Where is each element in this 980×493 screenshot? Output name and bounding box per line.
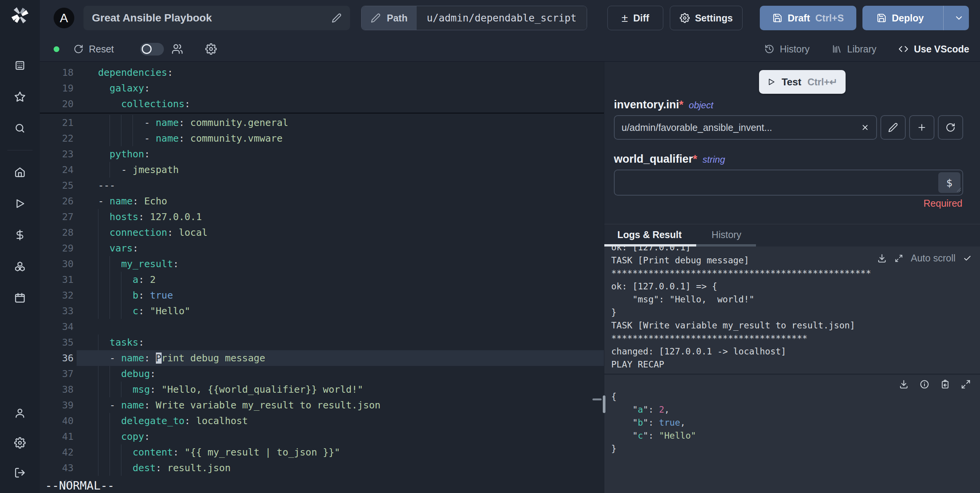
assistant-toggle[interactable]	[140, 43, 164, 56]
code-line-40[interactable]: 40 delegate_to: localhost	[40, 413, 604, 429]
edit-path-icon[interactable]	[371, 13, 381, 23]
code-line-38[interactable]: 38 msg: "Hello, {{world_qualifier}} worl…	[40, 382, 604, 397]
line-number: 37	[40, 366, 74, 382]
refresh-resource-button[interactable]	[938, 115, 963, 140]
world-qualifier-input[interactable]: $	[614, 170, 963, 196]
code-line-21[interactable]: 21 - name: community.general	[40, 115, 604, 131]
sidebar-item-runs[interactable]	[0, 188, 40, 219]
code-editor[interactable]: 18dependencies:19 galaxy:20 collections:…	[40, 61, 604, 493]
code-line-26[interactable]: 26- name: Echo	[40, 193, 604, 209]
expand-result-icon[interactable]	[961, 379, 971, 389]
gear-icon	[680, 13, 690, 23]
editor-toolbar: Reset History Library Use VScode	[40, 37, 980, 61]
copy-result-icon[interactable]	[940, 379, 950, 389]
windmill-logo-icon[interactable]	[9, 5, 31, 26]
code-line-25[interactable]: 25---	[40, 178, 604, 193]
tab-logs-result[interactable]: Logs & Result	[617, 229, 682, 240]
line-number: 19	[40, 80, 74, 96]
code-line-42[interactable]: 42 content: "{{ my_result | to_json }}"	[40, 444, 604, 460]
sidebar-item-variables[interactable]	[0, 219, 40, 251]
code-line-28[interactable]: 28 connection: local	[40, 225, 604, 240]
deploy-dropdown[interactable]	[949, 13, 969, 23]
line-number: 38	[40, 382, 74, 397]
code-text: debug:	[98, 366, 156, 382]
reset-button[interactable]: Reset	[74, 37, 114, 61]
script-title-input[interactable]: Great Ansible Playbook	[83, 6, 350, 30]
path-chip[interactable]: Path u/admin/dependable_script	[361, 6, 587, 30]
code-line-34[interactable]: 34	[40, 319, 604, 335]
code-line-20[interactable]: 20 collections:	[40, 96, 604, 112]
code-line-18[interactable]: 18dependencies:	[40, 65, 604, 80]
code-line-41[interactable]: 41 copy:	[40, 429, 604, 444]
download-logs-icon[interactable]	[877, 253, 887, 263]
edit-title-icon[interactable]	[332, 13, 342, 23]
edit-resource-button[interactable]	[880, 115, 906, 140]
expand-logs-icon[interactable]	[895, 254, 903, 263]
sidebar-item-logout[interactable]	[0, 458, 40, 488]
path-label-section: Path	[362, 6, 417, 30]
deploy-button[interactable]: Deploy	[862, 6, 969, 30]
code-line-22[interactable]: 22 - name: community.vmware	[40, 131, 604, 146]
sidebar-item-star[interactable]	[0, 81, 40, 113]
inventory-resource-input[interactable]: u/admin/favorable_ansible_invent...	[614, 115, 877, 140]
diff-button[interactable]: ± Diff	[607, 6, 663, 30]
code-line-33[interactable]: 33 c: "Hello"	[40, 303, 604, 319]
sidebar-item-apps[interactable]	[0, 50, 40, 81]
info-icon[interactable]	[919, 379, 929, 389]
download-result-icon[interactable]	[899, 379, 909, 389]
resize-grip-icon[interactable]	[955, 186, 962, 194]
vscode-icon	[898, 44, 908, 54]
panel-resize-handle[interactable]	[603, 395, 605, 413]
editor-scroll-marker[interactable]	[592, 398, 602, 400]
code-text: content: "{{ my_result | to_json }}"	[98, 444, 340, 460]
draft-button[interactable]: Draft Ctrl+S	[760, 6, 856, 30]
code-line-44[interactable]: 44	[40, 476, 604, 491]
add-resource-button[interactable]	[909, 115, 934, 140]
sidebar-item-settings[interactable]	[0, 428, 40, 458]
editor-settings-button[interactable]	[205, 37, 217, 61]
code-line-32[interactable]: 32 b: true	[40, 287, 604, 303]
code-line-43[interactable]: 43 dest: result.json	[40, 460, 604, 476]
sidebar-item-search[interactable]	[0, 113, 40, 144]
result-pane[interactable]: { "a": 2, "b": true, "c": "Hello"}	[604, 374, 980, 493]
autoscroll-check-icon[interactable]	[963, 254, 972, 263]
collaborators-button[interactable]	[172, 37, 183, 61]
history-button[interactable]: History	[764, 44, 810, 55]
sidebar-item-user[interactable]	[0, 398, 40, 428]
code-line-39[interactable]: 39 - name: Write variable my_result to r…	[40, 397, 604, 413]
test-button[interactable]: Test Ctrl+↵	[759, 70, 846, 94]
use-vscode-button[interactable]: Use VScode	[898, 44, 969, 55]
code-line-30[interactable]: 30 my_result:	[40, 256, 604, 272]
line-number: 29	[40, 240, 74, 256]
test-label: Test	[782, 76, 802, 88]
code-line-36[interactable]: 36 - name: Print debug message	[40, 350, 604, 366]
code-line-27[interactable]: 27 hosts: 127.0.0.1	[40, 209, 604, 225]
code-line-23[interactable]: 23 python:	[40, 146, 604, 162]
history-icon	[764, 44, 774, 54]
deploy-main[interactable]: Deploy	[862, 13, 938, 24]
log-line: }	[611, 306, 980, 319]
sidebar-item-schedules[interactable]	[0, 282, 40, 313]
library-button[interactable]: Library	[832, 44, 876, 55]
log-pane[interactable]: ok: [127.0.0.1]TASK [Print debug message…	[604, 246, 980, 374]
code-line-24[interactable]: 24 - jmespath	[40, 162, 604, 178]
settings-button[interactable]: Settings	[670, 6, 743, 30]
code-line-29[interactable]: 29 vars:	[40, 240, 604, 256]
path-value: u/admin/dependable_script	[417, 6, 586, 30]
code-line-19[interactable]: 19 galaxy:	[40, 80, 604, 96]
code-text: collections:	[98, 96, 190, 112]
clear-icon[interactable]	[861, 123, 869, 132]
resources-icon	[14, 261, 26, 272]
tab-history[interactable]: History	[712, 229, 741, 240]
result-tabs: Logs & Result History	[617, 229, 741, 240]
code-line-35[interactable]: 35 tasks:	[40, 335, 604, 350]
variables-icon	[14, 229, 26, 241]
sidebar-item-resources[interactable]	[0, 251, 40, 282]
star-icon	[14, 91, 26, 103]
code-line-37[interactable]: 37 debug:	[40, 366, 604, 382]
deploy-separator	[943, 6, 944, 30]
vscode-label: Use VScode	[914, 44, 969, 55]
line-number: 39	[40, 397, 74, 413]
sidebar-item-home[interactable]	[0, 157, 40, 188]
code-line-31[interactable]: 31 a: 2	[40, 272, 604, 287]
